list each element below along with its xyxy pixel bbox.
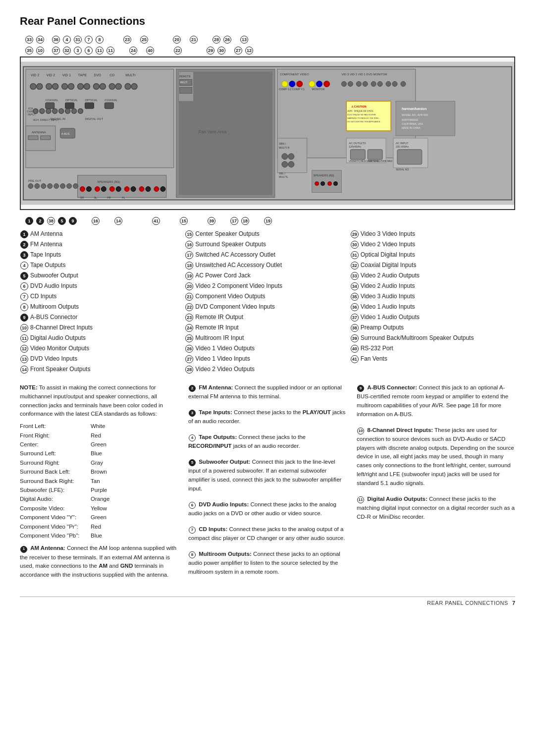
svg-text:120V/60Hz: 120V/60Hz — [349, 145, 361, 148]
legend-num-29: 29 — [351, 230, 359, 238]
svg-point-96 — [348, 81, 353, 86]
legend-col-1: 1 AM Antenna 2 FM Antenna 3 Tape Inputs … — [20, 230, 185, 376]
callout-bottom-row: 1 2 38 5 9 16 14 41 15 39 17 18 19 — [20, 215, 515, 227]
svg-point-54 — [80, 187, 85, 192]
note-bold: NOTE: — [20, 384, 38, 390]
legend-num-7: 7 — [20, 293, 28, 301]
svg-rect-119 — [350, 150, 365, 160]
legend-item: 23 Remote IR Output — [185, 313, 350, 322]
svg-point-42 — [78, 108, 83, 113]
svg-point-40 — [65, 108, 70, 113]
legend-label-38: Preamp Outputs — [361, 324, 404, 332]
desc-10-text: 10 8-Channel Direct Inputs: These jacks … — [357, 426, 515, 488]
legend-col-3: 29 Video 3 Video Inputs 30 Video 2 Video… — [350, 230, 515, 376]
color-label: Composite Video: — [20, 504, 87, 513]
svg-point-70 — [48, 184, 53, 189]
legend-label-31: Optical Digital Inputs — [361, 251, 415, 259]
legend-item: 1 AM Antenna — [20, 230, 185, 239]
legend-label-28: Video 2 Video Outputs — [195, 365, 255, 374]
legend-label-34: Video 2 Audio Inputs — [361, 282, 415, 290]
legend-item: 18 Unswitched AC Accessory Outlet — [185, 261, 350, 270]
legend-item: 2 FM Antenna — [20, 240, 185, 249]
page-title: Rear Panel Connections — [20, 15, 515, 28]
legend-label-13: DVD Video Inputs — [30, 355, 77, 363]
svg-text:PRE OUT: PRE OUT — [28, 179, 42, 182]
legend-section: 1 AM Antenna 2 FM Antenna 3 Tape Inputs … — [20, 230, 515, 376]
legend-num-19: 19 — [185, 272, 193, 280]
desc-num-10: 10 — [357, 428, 364, 434]
svg-text:WARNING TO REDUCE THE RISK...: WARNING TO REDUCE THE RISK... — [347, 117, 380, 119]
callout-21: 21 — [190, 36, 198, 44]
svg-rect-48 — [28, 136, 38, 140]
legend-num-20: 20 — [185, 282, 193, 290]
legend-label-12: Video Monitor Outputs — [30, 344, 89, 353]
desc-2-text: 2 FM Antenna: Connect the supplied indoo… — [188, 383, 347, 401]
legend-num-8: 8 — [20, 303, 28, 311]
svg-text:AVIS · RISQUE DE CHOC: AVIS · RISQUE DE CHOC — [347, 110, 374, 112]
legend-num-5: 5 — [20, 272, 28, 280]
svg-point-12 — [46, 83, 52, 89]
svg-point-37 — [46, 108, 51, 113]
svg-text:SL: SL — [94, 196, 97, 199]
color-row: Surround Back Left:Brown — [20, 467, 178, 476]
color-val: Blue — [91, 531, 102, 540]
legend-num-17: 17 — [185, 251, 193, 259]
desc-bold-1: AM Antenna: — [30, 545, 65, 551]
legend-num-22: 22 — [185, 303, 193, 311]
svg-point-99 — [371, 81, 376, 86]
callout-b17: 17 — [230, 217, 238, 225]
desc-num-5: 5 — [189, 459, 196, 466]
legend-item: 38 Preamp Outputs — [350, 324, 515, 332]
callout-b16: 16 — [92, 217, 100, 225]
color-label: Digital Audio: — [20, 494, 87, 503]
legend-item: 30 Video 2 Video Inputs — [350, 240, 515, 249]
svg-rect-31 — [105, 103, 113, 108]
callout-23: 23 — [123, 36, 131, 44]
legend-num-23: 23 — [185, 314, 193, 322]
color-val: Gray — [91, 458, 103, 467]
legend-num-25: 25 — [185, 334, 193, 342]
svg-point-103 — [401, 81, 406, 86]
svg-point-38 — [53, 108, 57, 113]
svg-point-39 — [59, 108, 64, 113]
svg-point-102 — [392, 81, 397, 86]
legend-label-21: Component Video Outputs — [195, 292, 265, 301]
color-row: Composite Video:Yellow — [20, 504, 178, 513]
color-row: Component Video "Pb":Blue — [20, 531, 178, 540]
svg-point-95 — [341, 81, 346, 86]
legend-item: 37 Video 1 Audio Outputs — [350, 313, 515, 322]
svg-point-10 — [30, 83, 36, 89]
color-val: Orange — [91, 494, 109, 503]
svg-point-68 — [35, 184, 40, 189]
svg-point-15 — [68, 83, 74, 89]
callout-b38: 38 — [47, 217, 55, 225]
svg-point-13 — [53, 83, 58, 89]
color-val: Green — [91, 440, 107, 449]
legend-item: 36 Video 1 Audio Inputs — [350, 303, 515, 312]
svg-point-139 — [315, 182, 319, 186]
legend-label-15: Center Speaker Outputs — [195, 230, 259, 238]
svg-text:COAXIAL: COAXIAL — [46, 99, 59, 102]
callout-40: 40 — [146, 47, 154, 54]
svg-point-131 — [282, 154, 288, 160]
desc-3-text: 3 Tape Inputs: Connect these jacks to th… — [188, 408, 347, 426]
svg-text:harman/kardon: harman/kardon — [402, 107, 427, 110]
legend-label-39: Surround Back/Multiroom Speaker Outputs — [361, 334, 474, 342]
legend-num-34: 34 — [351, 282, 359, 290]
svg-text:DO NOT EXPOSE THIS APPLIANCE..: DO NOT EXPOSE THIS APPLIANCE... — [347, 120, 381, 123]
footer-bar: REAR PANEL CONNECTIONS 7 — [20, 596, 515, 606]
legend-item: 12 Video Monitor Outputs — [20, 344, 185, 353]
svg-point-141 — [328, 182, 332, 186]
legend-num-24: 24 — [185, 324, 193, 332]
callout-28: 28 — [213, 36, 220, 44]
svg-text:VID 2: VID 2 — [47, 73, 55, 77]
legend-num-13: 13 — [20, 355, 28, 363]
legend-num-18: 18 — [185, 262, 193, 270]
callout-7: 7 — [85, 36, 93, 44]
legend-label-1: AM Antenna — [30, 230, 62, 238]
color-row: Surround Right:Gray — [20, 458, 178, 467]
legend-num-33: 33 — [351, 272, 359, 280]
color-label: Front Left: — [20, 422, 87, 431]
desc-10-box: 10 8-Channel Direct Inputs: These jacks … — [357, 426, 515, 488]
svg-text:FL: FL — [122, 196, 125, 199]
